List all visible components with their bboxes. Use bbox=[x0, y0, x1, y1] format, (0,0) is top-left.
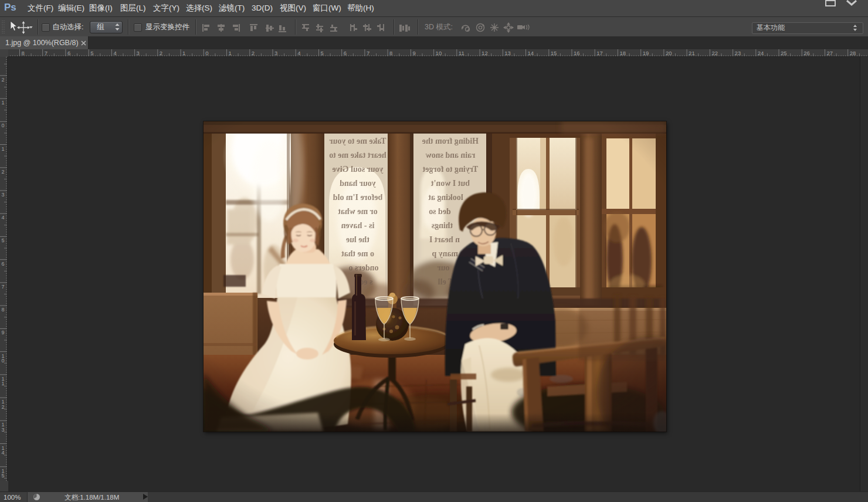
svg-text:10: 10 bbox=[436, 50, 442, 56]
svg-text:7: 7 bbox=[2, 284, 5, 290]
svg-text:6: 6 bbox=[67, 50, 70, 56]
svg-text:13: 13 bbox=[504, 50, 511, 56]
svg-text:8: 8 bbox=[2, 307, 5, 313]
svg-text:1: 1 bbox=[229, 50, 232, 56]
svg-text:15: 15 bbox=[551, 50, 557, 56]
svg-text:11: 11 bbox=[459, 50, 464, 56]
svg-text:16: 16 bbox=[574, 50, 580, 56]
svg-text:4: 4 bbox=[2, 215, 5, 221]
svg-text:6: 6 bbox=[344, 50, 347, 56]
svg-text:7: 7 bbox=[367, 50, 369, 56]
svg-text:2: 2 bbox=[252, 50, 255, 56]
svg-text:2: 2 bbox=[2, 404, 5, 410]
svg-text:0: 0 bbox=[205, 50, 208, 56]
svg-text:1: 1 bbox=[182, 50, 185, 56]
svg-text:12: 12 bbox=[482, 50, 488, 56]
svg-text:2: 2 bbox=[160, 50, 162, 56]
svg-text:28: 28 bbox=[850, 50, 856, 56]
svg-text:22: 22 bbox=[711, 50, 718, 56]
svg-text:2: 2 bbox=[2, 77, 5, 83]
svg-text:8: 8 bbox=[389, 50, 392, 56]
svg-text:9: 9 bbox=[2, 330, 5, 335]
svg-text:3: 3 bbox=[274, 50, 277, 56]
svg-text:2: 2 bbox=[2, 169, 5, 175]
svg-text:23: 23 bbox=[735, 50, 741, 56]
svg-text:20: 20 bbox=[666, 50, 672, 56]
svg-text:1: 1 bbox=[2, 381, 5, 386]
svg-text:0: 0 bbox=[2, 358, 5, 364]
svg-text:24: 24 bbox=[758, 50, 764, 56]
svg-text:5: 5 bbox=[2, 473, 5, 479]
svg-text:5: 5 bbox=[321, 50, 324, 56]
svg-text:17: 17 bbox=[596, 50, 603, 56]
svg-text:7: 7 bbox=[45, 50, 48, 56]
svg-text:8: 8 bbox=[22, 50, 25, 56]
svg-text:19: 19 bbox=[643, 50, 649, 56]
svg-text:1: 1 bbox=[2, 100, 5, 106]
svg-text:3: 3 bbox=[137, 50, 140, 56]
svg-text:3: 3 bbox=[2, 192, 5, 198]
svg-text:0: 0 bbox=[2, 123, 5, 128]
svg-text:4: 4 bbox=[297, 50, 300, 56]
svg-text:21: 21 bbox=[689, 50, 695, 56]
svg-text:26: 26 bbox=[803, 50, 810, 56]
svg-text:3: 3 bbox=[2, 427, 5, 433]
svg-text:27: 27 bbox=[827, 50, 833, 56]
svg-text:Ps: Ps bbox=[4, 2, 16, 13]
svg-text:18: 18 bbox=[619, 50, 626, 56]
svg-text:25: 25 bbox=[781, 50, 787, 56]
svg-text:4: 4 bbox=[2, 450, 5, 456]
svg-text:5: 5 bbox=[90, 50, 93, 56]
svg-text:4: 4 bbox=[113, 50, 116, 56]
svg-text:1: 1 bbox=[2, 146, 5, 152]
svg-text:14: 14 bbox=[528, 50, 534, 56]
svg-text:9: 9 bbox=[412, 50, 415, 56]
svg-text:6: 6 bbox=[2, 261, 5, 267]
svg-text:5: 5 bbox=[2, 238, 5, 243]
